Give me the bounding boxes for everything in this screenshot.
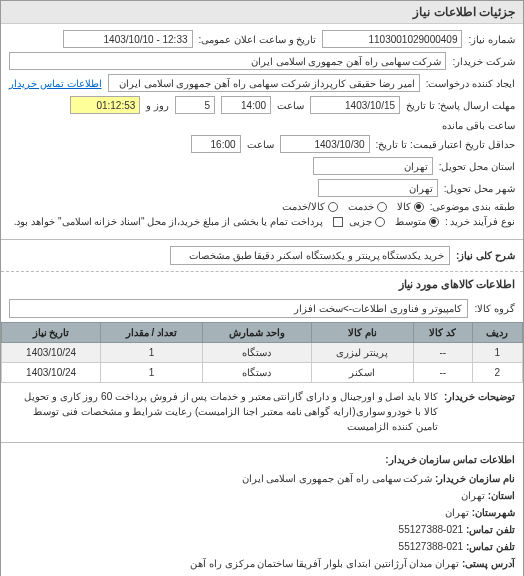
remain-days-label: روز و bbox=[146, 100, 169, 111]
table-cell: 2 bbox=[472, 363, 522, 383]
announce-label: تاریخ و ساعت اعلان عمومی: bbox=[199, 34, 317, 45]
radio-icon bbox=[375, 217, 385, 227]
remain-time-field: 01:12:53 bbox=[70, 96, 140, 114]
table-row: 2--اسکنردستگاه11403/10/24 bbox=[2, 363, 523, 383]
desc-field: خرید یکدستگاه پرینتر و یکدستگاه اسکنر دق… bbox=[170, 246, 450, 265]
contact-province-value: تهران bbox=[461, 490, 485, 501]
validity-time-label: ساعت bbox=[247, 139, 274, 150]
desc-label: شرح کلی نیاز: bbox=[456, 250, 515, 261]
packing-option-2[interactable]: کالا/خدمت bbox=[282, 201, 338, 212]
contact-org-value: شرکت سهامی راه آهن جمهوری اسلامی ایران bbox=[242, 473, 433, 484]
contact-fax-label: تلفن تماس: bbox=[466, 541, 515, 552]
validity-label: حداقل تاریخ اعتبار قیمت: تا تاریخ: bbox=[376, 139, 515, 150]
divider bbox=[1, 239, 523, 240]
deadline-time-label: ساعت bbox=[277, 100, 304, 111]
th-code: کد کالا bbox=[413, 323, 472, 343]
buyer-label: شرکت خریدار: bbox=[452, 56, 515, 67]
table-row: 1--پرینتر لیزریدستگاه11403/10/24 bbox=[2, 343, 523, 363]
validity-time-field: 16:00 bbox=[191, 135, 241, 153]
city-label: شهر محل تحویل: bbox=[444, 183, 515, 194]
process-label: نوع فرآیند خرید : bbox=[445, 216, 515, 227]
items-table: ردیف کد کالا نام کالا واحد شمارش تعداد /… bbox=[1, 322, 523, 383]
buyer-field: شرکت سهامی راه آهن جمهوری اسلامی ایران bbox=[9, 52, 446, 70]
contact-phone-value: 021-55127388 bbox=[399, 524, 464, 535]
packing-option-1[interactable]: خدمت bbox=[348, 201, 387, 212]
divider bbox=[1, 442, 523, 443]
th-index: ردیف bbox=[472, 323, 522, 343]
th-unit: واحد شمارش bbox=[202, 323, 311, 343]
process-option-0-label: متوسط bbox=[395, 216, 426, 227]
process-option-0[interactable]: متوسط bbox=[395, 216, 439, 227]
group-field: کامپیوتر و فناوری اطلاعات->سخت افزار bbox=[9, 299, 468, 318]
group-label: گروه کالا: bbox=[474, 303, 515, 314]
packing-label: طبقه بندی موضوعی: bbox=[430, 201, 515, 212]
contact-link[interactable]: اطلاعات تماس خریدار bbox=[9, 78, 102, 89]
th-qty: تعداد / مقدار bbox=[101, 323, 202, 343]
creator-label: ایجاد کننده درخواست: bbox=[426, 78, 515, 89]
process-radio-group: متوسط جزیی bbox=[349, 216, 439, 227]
packing-option-0-label: کالا bbox=[397, 201, 411, 212]
table-cell: -- bbox=[413, 363, 472, 383]
page-title: جزئیات اطلاعات نیاز bbox=[1, 1, 523, 24]
request-no-label: شماره نیاز: bbox=[468, 34, 515, 45]
request-no-field: 1103001029000409 bbox=[322, 30, 462, 48]
contact-province-label: استان: bbox=[488, 490, 515, 501]
notes-text: کالا باید اصل و اورجینال و دارای گارانتی… bbox=[9, 389, 438, 434]
deadline-time-field: 14:00 bbox=[221, 96, 271, 114]
table-cell: -- bbox=[413, 343, 472, 363]
province-field: تهران bbox=[313, 157, 433, 175]
radio-icon bbox=[377, 202, 387, 212]
contact-city-value: تهران bbox=[445, 507, 469, 518]
deadline-date-field: 1403/10/15 bbox=[310, 96, 400, 114]
city-field: تهران bbox=[318, 179, 438, 197]
packing-radio-group: کالا خدمت کالا/خدمت bbox=[282, 201, 424, 212]
table-cell: 1403/10/24 bbox=[2, 343, 101, 363]
table-cell: اسکنر bbox=[311, 363, 413, 383]
contact-fax-value: 021-55127388 bbox=[399, 541, 464, 552]
contact-city-label: شهرستان: bbox=[472, 507, 515, 518]
table-cell: 1403/10/24 bbox=[2, 363, 101, 383]
divider bbox=[1, 271, 523, 272]
contact-heading: اطلاعات تماس سازمان خریدار: bbox=[9, 451, 515, 468]
packing-option-2-label: کالا/خدمت bbox=[282, 201, 325, 212]
packing-option-0[interactable]: کالا bbox=[397, 201, 424, 212]
contact-address-label: آدرس پستی: bbox=[462, 558, 515, 569]
radio-icon bbox=[328, 202, 338, 212]
table-cell: 1 bbox=[472, 343, 522, 363]
contact-phone-label: تلفن تماس: bbox=[466, 524, 515, 535]
process-option-1-label: جزیی bbox=[349, 216, 372, 227]
packing-option-1-label: خدمت bbox=[348, 201, 374, 212]
th-name: نام کالا bbox=[311, 323, 413, 343]
radio-icon bbox=[429, 217, 439, 227]
announce-field: 12:33 - 1403/10/10 bbox=[63, 30, 193, 48]
table-cell: دستگاه bbox=[202, 363, 311, 383]
remain-suffix: ساعت باقی مانده bbox=[442, 120, 515, 131]
table-cell: پرینتر لیزری bbox=[311, 343, 413, 363]
table-cell: 1 bbox=[101, 343, 202, 363]
process-option-1[interactable]: جزیی bbox=[349, 216, 385, 227]
notes-label: توضیحات خریدار: bbox=[444, 389, 515, 434]
table-cell: 1 bbox=[101, 363, 202, 383]
table-cell: دستگاه bbox=[202, 343, 311, 363]
deadline-label: مهلت ارسال پاسخ: تا تاریخ bbox=[406, 100, 515, 111]
th-date: تاریخ نیاز bbox=[2, 323, 101, 343]
process-note-label: پرداخت تمام یا بخشی از مبلغ خرید،از محل … bbox=[14, 216, 327, 227]
contact-org-label: نام سازمان خریدار: bbox=[435, 473, 515, 484]
province-label: استان محل تحویل: bbox=[439, 161, 515, 172]
creator-field: امیر رضا حقیقی کارپرداز شرکت سهامی راه آ… bbox=[108, 74, 420, 92]
validity-date-field: 1403/10/30 bbox=[280, 135, 370, 153]
process-note-checkbox[interactable] bbox=[333, 217, 343, 227]
radio-icon bbox=[414, 202, 424, 212]
remain-days-field: 5 bbox=[175, 96, 215, 114]
contact-address-value: تهران میدان آرژانتین ابتدای بلوار آفریقا… bbox=[190, 558, 459, 569]
items-heading: اطلاعات کالاهای مورد نیاز bbox=[1, 274, 523, 295]
